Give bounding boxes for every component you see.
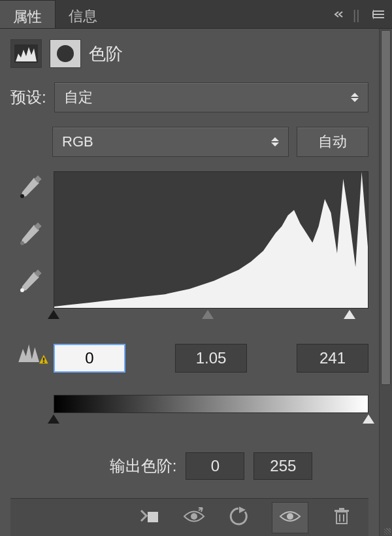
preset-value: 自定 [64,88,93,107]
preset-label: 预设: [10,87,46,108]
shadow-slider-handle[interactable] [48,310,59,319]
panel-title: 色阶 [89,42,123,65]
highlight-slider-handle[interactable] [344,310,355,319]
adjustment-header: 色阶 [10,39,368,68]
svg-point-10 [191,513,197,520]
svg-point-6 [20,288,24,292]
svg-point-4 [20,241,24,245]
svg-rect-12 [336,512,347,524]
eyedropper-gray-icon[interactable] [16,222,42,251]
vertical-scrollbar[interactable] [379,29,392,536]
shadow-input[interactable]: 0 [54,344,125,373]
tab-info[interactable]: 信息 [56,0,110,28]
visibility-icon[interactable] [272,502,308,533]
mask-icon[interactable] [50,39,81,68]
svg-rect-13 [335,510,349,512]
svg-point-2 [20,194,24,198]
output-label: 输出色阶: [110,456,177,477]
panel-menu-icon[interactable] [372,8,385,21]
svg-rect-7 [43,358,44,361]
output-high-input[interactable]: 255 [253,452,312,480]
levels-icon [10,39,42,68]
divider: || [353,8,366,21]
midtone-slider-handle[interactable] [202,310,214,319]
output-high-handle[interactable] [363,414,374,424]
svg-rect-8 [43,361,44,363]
highlight-input[interactable]: 241 [297,344,368,373]
preset-select[interactable]: 自定 [54,82,368,112]
channel-select[interactable]: RGB [52,127,289,157]
properties-panel: 属性 信息 || 色阶 预设: 自定 [0,0,392,536]
tab-bar: 属性 信息 || [0,0,392,29]
output-low-input[interactable]: 0 [186,452,244,480]
svg-point-11 [287,513,293,520]
preset-row: 预设: 自定 [10,82,368,112]
collapse-icon[interactable] [333,8,346,21]
output-row: 输出色阶: 0 255 [54,452,368,480]
dropdown-arrows-icon [271,137,279,146]
clip-to-layer-icon[interactable] [139,507,161,529]
svg-rect-14 [339,508,344,510]
output-slider[interactable] [54,414,368,425]
tab-properties[interactable]: 属性 [0,0,56,28]
panel-footer [10,498,368,536]
channel-value: RGB [62,133,93,150]
dropdown-arrows-icon [351,93,359,102]
eyedropper-black-icon[interactable] [16,175,42,204]
reset-icon[interactable] [227,507,250,529]
eyedropper-tools [10,171,47,480]
toggle-previous-state-icon[interactable] [183,507,205,529]
clip-warning-icon[interactable] [17,340,50,365]
trash-icon[interactable] [331,507,353,529]
output-gradient [54,395,368,413]
histogram [54,171,368,309]
channel-row: RGB 自动 [52,127,368,157]
eyedropper-white-icon[interactable] [16,269,42,298]
input-slider[interactable] [54,310,368,320]
resize-grip-icon[interactable] [384,528,391,535]
midtone-input[interactable]: 1.05 [175,344,247,373]
output-low-handle[interactable] [48,414,59,424]
auto-button[interactable]: 自动 [297,127,368,157]
svg-rect-9 [148,512,158,522]
